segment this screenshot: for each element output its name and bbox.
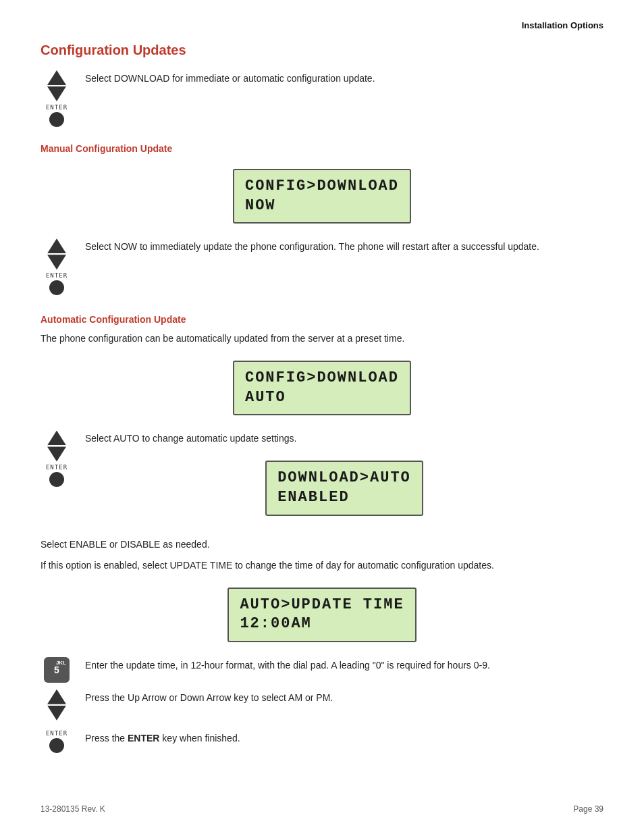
press-enter-text: Press the ENTER key when finished. [85, 730, 603, 746]
press-enter-post: key when finished. [159, 733, 240, 744]
manual-down-arrow-icon [47, 255, 66, 269]
footer-right: Page 39 [573, 804, 603, 814]
auto-right-col: Select AUTO to change automatic update s… [85, 430, 603, 530]
auto-section-title: Automatic Configuration Update [41, 314, 603, 325]
dial-key-label: 5 [54, 664, 59, 675]
auto-lcd4-line2: 12:00AM [240, 615, 404, 634]
auto-up-arrow-icon [47, 430, 66, 445]
auto-lcd3-line1: DOWNLOAD>AUTO [277, 469, 411, 488]
dial-key-sup-label: JKL [56, 660, 66, 666]
press-enter-pre: Press the [85, 733, 128, 744]
manual-section-title: Manual Configuration Update [41, 143, 603, 154]
manual-config-block: Manual Configuration Update CONFIG>DOWNL… [41, 143, 603, 295]
auto-lcd2-container: CONFIG>DOWNLOAD AUTO [41, 354, 603, 422]
auto-intro-text: The phone configuration can be automatic… [41, 332, 603, 346]
manual-enter-label: ENTER [46, 272, 68, 279]
auto-enter-btn-icon [49, 472, 64, 487]
auto-config-block: Automatic Configuration Update The phone… [41, 314, 603, 753]
ampm-up-arrow-icon [47, 689, 66, 704]
manual-lcd-line2: NOW [245, 197, 399, 216]
auto-lcd4-screen: AUTO>UPDATE TIME 12:00AM [227, 588, 416, 642]
arrow-text: Press the Up Arrow or Down Arrow key to … [85, 689, 603, 705]
press-enter-bold: ENTER [128, 733, 159, 744]
auto-lcd2-line1: CONFIG>DOWNLOAD [245, 369, 399, 388]
auto-enter-label: ENTER [46, 464, 68, 471]
enter-label: ENTER [46, 104, 68, 111]
am-pm-arrow-col [41, 689, 73, 723]
auto-lcd4-container: AUTO>UPDATE TIME 12:00AM [41, 581, 603, 649]
auto-select-row: ENTER Select AUTO to change automatic up… [41, 430, 603, 530]
enter-key-row: ENTER Press the ENTER key when finished. [41, 730, 603, 753]
dial-key-col: 5 JKL [41, 657, 73, 683]
down-arrow-icon [47, 86, 66, 101]
enter-btn-icon [49, 112, 64, 127]
update-time-text: If this option is enabled, select UPDATE… [41, 558, 603, 573]
auto-lcd3-line2: ENABLED [277, 488, 411, 508]
arrow-enter-icon-col: ENTER [41, 70, 73, 127]
manual-now-row: ENTER Select NOW to immediately update t… [41, 238, 603, 295]
up-arrow-icon [47, 70, 66, 85]
manual-lcd-container: CONFIG>DOWNLOAD NOW [41, 162, 603, 230]
footer-left: 13-280135 Rev. K [41, 804, 105, 814]
enable-text: Select ENABLE or DISABLE as needed. [41, 538, 603, 552]
auto-down-arrow-icon [47, 446, 66, 461]
auto-lcd2-line2: AUTO [245, 388, 399, 408]
auto-select-auto-text: Select AUTO to change automatic update s… [85, 430, 603, 446]
intro-text: Select DOWNLOAD for immediate or automat… [85, 70, 603, 86]
am-pm-row: Press the Up Arrow or Down Arrow key to … [41, 689, 603, 723]
manual-up-arrow-icon [47, 238, 66, 253]
intro-block: ENTER Select DOWNLOAD for immediate or a… [41, 70, 603, 127]
dial-key-5-icon: 5 JKL [44, 657, 70, 683]
auto-lcd3-screen: DOWNLOAD>AUTO ENABLED [265, 461, 423, 515]
manual-arrow-enter-icon-col: ENTER [41, 238, 73, 295]
auto-lcd2-screen: CONFIG>DOWNLOAD AUTO [233, 361, 411, 415]
manual-text: Select NOW to immediately update the pho… [85, 238, 603, 254]
final-enter-btn-icon [49, 738, 64, 753]
page-header: Installation Options [41, 20, 603, 30]
main-section-title: Configuration Updates [41, 43, 603, 58]
page-footer: 13-280135 Rev. K Page 39 [41, 804, 603, 814]
manual-enter-btn-icon [49, 280, 64, 295]
enter-time-text: Enter the update time, in 12-hour format… [85, 657, 603, 673]
manual-lcd-screen: CONFIG>DOWNLOAD NOW [233, 169, 411, 224]
intro-row: ENTER Select DOWNLOAD for immediate or a… [41, 70, 603, 127]
auto-arrow-enter-icon-col: ENTER [41, 430, 73, 487]
ampm-down-arrow-icon [47, 706, 66, 721]
manual-lcd-line1: CONFIG>DOWNLOAD [245, 177, 399, 197]
final-enter-label: ENTER [46, 730, 68, 737]
dial-key-row: 5 JKL Enter the update time, in 12-hour … [41, 657, 603, 683]
auto-lcd3-container: DOWNLOAD>AUTO ENABLED [85, 454, 603, 522]
header-title: Installation Options [522, 20, 603, 30]
auto-lcd4-line1: AUTO>UPDATE TIME [240, 596, 404, 615]
enter-key-col: ENTER [41, 730, 73, 753]
